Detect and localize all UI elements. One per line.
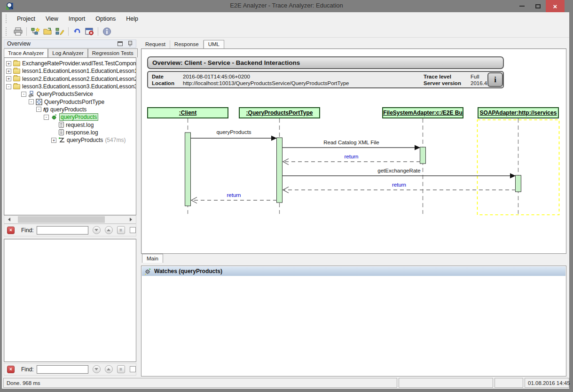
float-panel-icon[interactable] (118, 41, 123, 46)
scrollbar-thumb[interactable] (18, 216, 105, 223)
expander-icon[interactable]: - (21, 92, 26, 97)
log-file-icon (59, 129, 64, 135)
tab-log-analyzer[interactable]: Log Analyzer (48, 48, 88, 57)
close-find-button[interactable]: × (7, 366, 15, 373)
match-case-checkbox[interactable] (130, 366, 136, 372)
tree-item[interactable]: + lesson1.EducationLesson1.EducationLess… (4, 67, 136, 75)
location-label: Location (152, 80, 174, 86)
porttype-icon (36, 99, 42, 105)
tab-trace-analyzer[interactable]: Trace Analyzer (4, 48, 48, 57)
watches-gear-icon (144, 268, 151, 275)
tree-item[interactable]: response.log (4, 129, 136, 136)
tree-item[interactable]: + ExchangeRateProvider.wsdlTest.TestComp… (4, 60, 136, 67)
overview-panel: Overview Trace Analyzer Log Analyzer Reg… (4, 39, 136, 375)
find-input[interactable] (37, 226, 88, 235)
message-label: Read Catalog XML File (283, 140, 420, 145)
maximize-icon (535, 4, 541, 8)
toolbar-grip[interactable] (6, 27, 8, 36)
lifeline-filesystemadapter[interactable]: FileSystemAdapter:c:/E2E Bu (382, 107, 463, 118)
open-folder-icon (43, 27, 52, 36)
find-next-button[interactable] (93, 365, 101, 373)
open-folder-button[interactable] (42, 26, 53, 37)
trace-tree: + ExchangeRateProvider.wsdlTest.TestComp… (4, 57, 136, 215)
close-find-button[interactable]: × (7, 227, 15, 234)
titlebar: E2E Analyzer - Trace Analyzer: Education… (0, 0, 573, 12)
trace-icon (58, 137, 65, 143)
scroll-right-icon[interactable] (128, 216, 136, 223)
log-file-icon (59, 122, 64, 128)
tree-horizontal-scrollbar[interactable] (4, 215, 136, 224)
menubar: Project View Import Options Help (2, 12, 569, 25)
menu-view[interactable]: View (40, 14, 63, 24)
toolbar-grip[interactable] (6, 15, 8, 23)
find-prev-button[interactable] (105, 226, 113, 234)
message-label: queryProducts (191, 129, 277, 135)
expander-icon[interactable]: + (51, 138, 56, 143)
tree-item[interactable]: - QueryProductsPortType (4, 98, 136, 105)
lifeline-client[interactable]: :Client (147, 107, 228, 118)
status-cell (495, 378, 523, 388)
find-prev-button[interactable] (105, 365, 113, 373)
location-value: http://localhost:10013/QueryProductsServ… (183, 80, 349, 86)
close-button[interactable]: × (546, 0, 565, 12)
message-label: getExchangeRate (283, 168, 516, 173)
panel-title: Overview (7, 40, 31, 47)
tree-item[interactable]: + lesson2.EducationLesson2.EducationLess… (4, 75, 136, 83)
tree-item-selected[interactable]: - queryProducts (4, 113, 136, 121)
lifeline-queryproductsporttype[interactable]: :QueryProductsPortType (239, 107, 320, 118)
server-version-label: Server version (424, 80, 461, 86)
print-icon (14, 27, 23, 36)
diagram-info-box: Date 2016-08-01T14:45:06+0200 Location h… (147, 71, 504, 88)
server-version-value: 2016.4 (471, 80, 487, 86)
tree-item[interactable]: - lesson3.EducationLesson3.EducationLess… (4, 83, 136, 90)
expander-icon[interactable]: - (44, 115, 49, 120)
tree-item[interactable]: request.log (4, 121, 136, 128)
date-label: Date (152, 74, 164, 79)
tab-response[interactable]: Response (170, 40, 204, 48)
tab-regression-tests[interactable]: Regression Tests (88, 48, 138, 57)
menu-help[interactable]: Help (121, 14, 143, 24)
app-icon (6, 2, 14, 10)
lifeline-soapadapter[interactable]: SOAPAdapter:http://services (478, 107, 559, 118)
menu-options[interactable]: Options (90, 14, 121, 24)
tab-main[interactable]: Main (142, 254, 163, 263)
undo-button[interactable] (71, 26, 83, 37)
find-options-icon[interactable]: ≡ (117, 365, 125, 373)
tab-uml[interactable]: UML (204, 40, 224, 48)
open-folder-icon (13, 84, 20, 89)
expander-icon[interactable]: + (6, 69, 11, 74)
window-error-button[interactable] (84, 26, 95, 37)
tree-item[interactable]: - f() queryProducts (4, 106, 136, 113)
status-cell (399, 378, 493, 388)
print-button[interactable] (12, 26, 24, 37)
tree-item[interactable]: - QueryProductsService (4, 90, 136, 98)
tree-item[interactable]: + queryProducts (547ms) (4, 136, 136, 144)
return-label: return (191, 192, 277, 198)
menu-import[interactable]: Import (63, 14, 90, 24)
minimize-button[interactable] (514, 0, 530, 12)
info-details-button[interactable]: i (487, 72, 503, 87)
sequence-diagram-canvas[interactable]: Overview: Client - Service - Backend Int… (142, 49, 565, 253)
find-next-button[interactable] (93, 226, 101, 234)
return-label: return (283, 182, 516, 188)
maximize-button[interactable] (530, 0, 546, 12)
match-case-checkbox[interactable] (130, 227, 136, 233)
pin-panel-icon[interactable] (127, 41, 132, 47)
undo-icon (73, 27, 82, 36)
expander-icon[interactable]: - (29, 99, 34, 104)
edit-analysis-button[interactable] (54, 26, 65, 37)
expander-icon[interactable]: + (6, 76, 11, 81)
new-analysis-button[interactable] (30, 26, 41, 37)
find-label: Find: (21, 227, 34, 234)
find-options-icon[interactable]: ≡ (117, 226, 125, 234)
expander-icon[interactable]: - (6, 84, 11, 89)
minimize-icon (519, 6, 525, 7)
scroll-left-icon[interactable] (4, 216, 12, 223)
info-button[interactable] (101, 26, 112, 37)
menu-project[interactable]: Project (12, 14, 40, 24)
tab-request[interactable]: Request (141, 40, 170, 48)
find-input[interactable] (37, 365, 88, 374)
expander-icon[interactable]: - (36, 107, 41, 112)
expander-icon[interactable]: + (6, 61, 11, 66)
status-bar: Done. 968 ms 01.08.2016 14:45 (2, 377, 569, 389)
